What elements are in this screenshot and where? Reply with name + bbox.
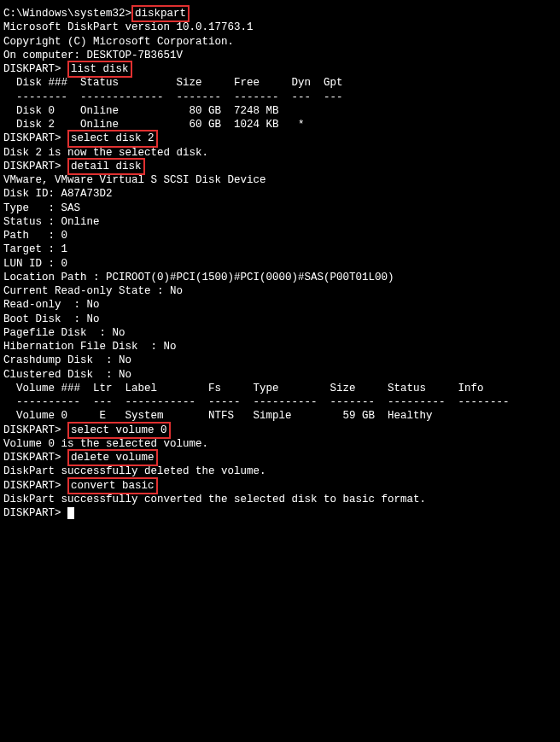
cursor-block: [67, 507, 74, 519]
cmd-line-diskpart: C:\Windows\system32>diskpart: [3, 7, 557, 20]
detail-crashdump: Crashdump Disk : No: [3, 353, 557, 367]
detail-hibernation: Hibernation File Disk : No: [3, 340, 557, 353]
diskpart-prompt: DISKPART>: [3, 424, 67, 436]
active-prompt-line[interactable]: DISKPART>: [3, 506, 557, 520]
detail-target: Target : 1: [3, 242, 557, 256]
diskpart-prompt: DISKPART>: [3, 161, 67, 172]
diskpart-prompt: DISKPART>: [3, 132, 67, 144]
highlighted-command-list-disk: list disk: [67, 61, 132, 78]
detail-status: Status : Online: [3, 215, 557, 229]
detail-type: Type : SAS: [3, 202, 557, 215]
disk-table-header: Disk ### Status Size Free Dyn Gpt: [3, 76, 557, 90]
copyright-line: Copyright (C) Microsoft Corporation.: [3, 35, 557, 49]
highlighted-command-convert-basic: convert basic: [67, 477, 158, 494]
detail-location: Location Path : PCIROOT(0)#PCI(1500)#PCI…: [3, 271, 557, 284]
cmd-line-delete-volume: DISKPART> delete volume: [3, 451, 557, 464]
msg-converted: DiskPart successfully converted the sele…: [3, 493, 557, 506]
volume-table-sep: ---------- --- ----------- ----- -------…: [3, 395, 557, 409]
cmd-line-convert-basic: DISKPART> convert basic: [3, 479, 557, 493]
detail-id: Disk ID: A87A73D2: [3, 187, 557, 201]
cmd-line-detail-disk: DISKPART> detail disk: [3, 160, 557, 173]
detail-readonly: Read-only : No: [3, 298, 557, 312]
cmd-line-select-volume: DISKPART> select volume 0: [3, 424, 557, 437]
diskpart-prompt: DISKPART>: [3, 480, 67, 492]
highlighted-command-select-disk-2: select disk 2: [67, 130, 158, 147]
highlighted-command-detail-disk: detail disk: [67, 158, 145, 175]
diskpart-prompt: DISKPART>: [3, 63, 67, 75]
detail-readonly-state: Current Read-only State : No: [3, 284, 557, 298]
highlighted-command-diskpart: diskpart: [131, 5, 190, 22]
detail-lun: LUN ID : 0: [3, 257, 557, 271]
detail-boot: Boot Disk : No: [3, 313, 557, 326]
disk-table-sep: -------- ------------- ------- ------- -…: [3, 91, 557, 104]
diskpart-prompt: DISKPART>: [3, 452, 67, 464]
detail-path: Path : 0: [3, 229, 557, 242]
volume-table-header: Volume ### Ltr Label Fs Type Size Status…: [3, 382, 557, 395]
detail-device: VMware, VMware Virtual S SCSI Disk Devic…: [3, 173, 557, 187]
cmd-line-select-disk: DISKPART> select disk 2: [3, 131, 557, 145]
detail-pagefile: Pagefile Disk : No: [3, 326, 557, 340]
disk-table-row: Disk 0 Online 80 GB 7248 MB: [3, 104, 557, 118]
detail-clustered: Clustered Disk : No: [3, 368, 557, 382]
cmd-line-list-disk: DISKPART> list disk: [3, 62, 557, 76]
version-line: Microsoft DiskPart version 10.0.17763.1: [3, 20, 557, 34]
diskpart-prompt: DISKPART>: [3, 507, 67, 519]
prompt-path: C:\Windows\system32>: [3, 8, 131, 20]
highlighted-command-delete-volume: delete volume: [67, 449, 158, 466]
highlighted-command-select-volume-0: select volume 0: [67, 422, 171, 439]
